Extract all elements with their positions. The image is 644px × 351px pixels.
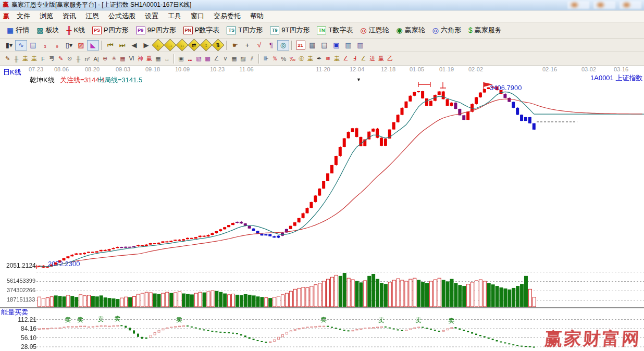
menu-item-文件[interactable]: 文件: [12, 10, 35, 22]
hash-lines-icon[interactable]: ╫: [74, 54, 83, 64]
table-grid-icon[interactable]: ▦: [154, 54, 163, 64]
menu-item-江恩[interactable]: 江恩: [81, 10, 104, 22]
zoom-horizontal-icon[interactable]: ↔: [176, 40, 188, 51]
menu-item-公式选股[interactable]: 公式选股: [104, 10, 140, 22]
gann-grid-icon[interactable]: ▩: [203, 54, 212, 64]
shen-tool-icon[interactable]: 神: [136, 54, 145, 64]
stamp-icon[interactable]: ¶: [265, 40, 277, 51]
date-tick: 01-19: [439, 66, 454, 72]
shift-right-icon[interactable]: →: [164, 40, 176, 51]
zoom-vertical-icon[interactable]: ↕: [200, 40, 212, 51]
wave-mark-icon[interactable]: Ⅵ: [127, 54, 136, 64]
toolbar-item-p-square[interactable]: PSP四方形: [89, 24, 132, 36]
angle-f-icon[interactable]: Ⅎ: [350, 54, 359, 64]
save-icon[interactable]: ▣: [330, 40, 342, 51]
pattern-window-icon[interactable]: ∿: [15, 40, 27, 51]
notepad-icon[interactable]: ▤: [318, 40, 330, 51]
toolbar-item-sector-blocks[interactable]: ▩板块: [33, 24, 63, 36]
hand-icon[interactable]: ☛: [229, 40, 241, 51]
n2-tool-icon[interactable]: n²: [83, 54, 92, 64]
compass-icon[interactable]: ⊕: [101, 54, 109, 64]
menu-item-设置[interactable]: 设置: [140, 10, 163, 22]
mirror-tool-icon[interactable]: A|: [92, 54, 101, 64]
toolbar-item-kline[interactable]: ╫K线: [63, 24, 89, 36]
zigzag-icon[interactable]: 乙: [386, 54, 394, 64]
span-tool-icon[interactable]: ↔: [163, 54, 171, 64]
pen-icon[interactable]: ✒: [315, 54, 324, 64]
prev-bar-icon[interactable]: ◀: [128, 40, 140, 51]
toolbar-item-winner-wheel[interactable]: ◉赢家轮: [393, 24, 429, 36]
clock-cycle-icon[interactable]: ⊙: [65, 54, 74, 64]
bars-9-icon[interactable]: ₉: [51, 40, 63, 51]
indicator-scale-label: 56.10: [2, 334, 36, 342]
menu-item-浏览[interactable]: 浏览: [35, 10, 58, 22]
f-lines-icon[interactable]: F: [39, 54, 47, 64]
calculator-icon[interactable]: ▦: [306, 40, 318, 51]
parallel-icon[interactable]: ⫽: [247, 54, 256, 64]
gold-level-icon[interactable]: 圭: [306, 54, 315, 64]
toolbar-item-market-quotes[interactable]: ▦行情: [3, 24, 33, 36]
gold-lines-2-icon[interactable]: 圭: [30, 54, 39, 64]
percent-icon[interactable]: %: [279, 54, 288, 64]
dropdown-marker-icon[interactable]: ▼: [356, 77, 361, 82]
network-icon[interactable]: ▥: [342, 40, 354, 51]
grid-lines-icon[interactable]: ╫: [12, 54, 21, 64]
toolbar-item-9p-square[interactable]: P99P四方形: [132, 24, 180, 36]
grid-b-icon[interactable]: ▨: [239, 54, 247, 64]
remote-pc-icon[interactable]: ▥: [354, 40, 366, 51]
period-candle-icon[interactable]: ▮▾: [3, 40, 15, 51]
permille-icon[interactable]: ‰: [288, 54, 297, 64]
crosshair-icon[interactable]: +: [241, 40, 253, 51]
toolbar-item-p-number-table[interactable]: PNP数字表: [180, 24, 224, 36]
percent-red-icon[interactable]: ％: [270, 54, 279, 64]
color-chart-icon[interactable]: ◣: [87, 40, 99, 51]
box-tool-icon[interactable]: ▣: [177, 54, 185, 64]
wave-red-icon[interactable]: ≋: [324, 54, 332, 64]
menu-item-资讯[interactable]: 资讯: [58, 10, 81, 22]
bars-3-icon[interactable]: ₃: [39, 40, 51, 51]
red-brush-icon[interactable]: ✎: [56, 54, 65, 64]
analysis-icon[interactable]: ◎: [277, 40, 289, 51]
web-grid-icon[interactable]: ▦: [118, 54, 127, 64]
toolbar-item-t-square[interactable]: TST四方形: [223, 24, 266, 36]
toolbar-view: ▮▾∿▤₃₉▯▾▨◣⏮⏭◀▶←→↔⇄↕⇅☛+√¶◎21▦▤▣▥▥: [0, 39, 644, 52]
toolbar-item-hexagon[interactable]: ◎六角形: [429, 24, 465, 36]
annotate-icon[interactable]: √: [253, 40, 265, 51]
toolbar-item-gann-wheel[interactable]: ◎江恩轮: [356, 24, 392, 36]
v-lines-icon[interactable]: ∨: [221, 54, 230, 64]
toolbar-item-winner-service[interactable]: $赢家服务: [465, 24, 505, 36]
menu-item-窗口[interactable]: 窗口: [186, 10, 209, 22]
advance-icon[interactable]: 进: [368, 54, 377, 64]
info-note-icon[interactable]: ▤: [27, 40, 39, 51]
gold-angle-icon[interactable]: 圭: [332, 54, 341, 64]
star-web-icon[interactable]: ✳: [109, 54, 118, 64]
gann-box-icon[interactable]: ▧: [194, 54, 203, 64]
compress-icon[interactable]: ⇄: [188, 40, 200, 51]
gold-lines-1-icon[interactable]: 圭: [21, 54, 30, 64]
grid-a-icon[interactable]: ▦: [230, 54, 239, 64]
candlestick-chart-canvas[interactable]: [0, 73, 644, 351]
menu-item-交易委托[interactable]: 交易委托: [209, 10, 245, 22]
angle-j-icon[interactable]: ∠: [341, 54, 350, 64]
measure-icon[interactable]: ⊪: [262, 54, 270, 64]
arc-tool-icon[interactable]: 弓: [47, 54, 56, 64]
rays-icon[interactable]: ⑉: [185, 54, 194, 64]
angle-gold-icon[interactable]: ∠: [359, 54, 368, 64]
ying-tool-icon[interactable]: 赢: [145, 54, 154, 64]
first-bar-icon[interactable]: ⏮: [104, 40, 116, 51]
last-bar-icon[interactable]: ⏭: [116, 40, 128, 51]
brush-icon[interactable]: ✎: [3, 54, 12, 64]
gold-circle-icon[interactable]: ㊎: [297, 54, 306, 64]
next-bar-icon[interactable]: ▶: [140, 40, 152, 51]
calendar-icon[interactable]: 21: [294, 40, 306, 51]
angle-lines-icon[interactable]: ∠: [212, 54, 221, 64]
ying-angle-icon[interactable]: 赢: [377, 54, 386, 64]
menu-item-工具[interactable]: 工具: [163, 10, 186, 22]
menu-item-帮助[interactable]: 帮助: [245, 10, 268, 22]
stock-pick-icon[interactable]: ▨: [75, 40, 87, 51]
candle-style-icon[interactable]: ▯▾: [63, 40, 75, 51]
expand-icon[interactable]: ⇅: [212, 40, 224, 51]
toolbar-item-t-number-table[interactable]: TNT数字表: [313, 24, 356, 36]
toolbar-item-9t-square[interactable]: T99T四方形: [266, 24, 313, 36]
shift-left-icon[interactable]: ←: [152, 40, 164, 51]
